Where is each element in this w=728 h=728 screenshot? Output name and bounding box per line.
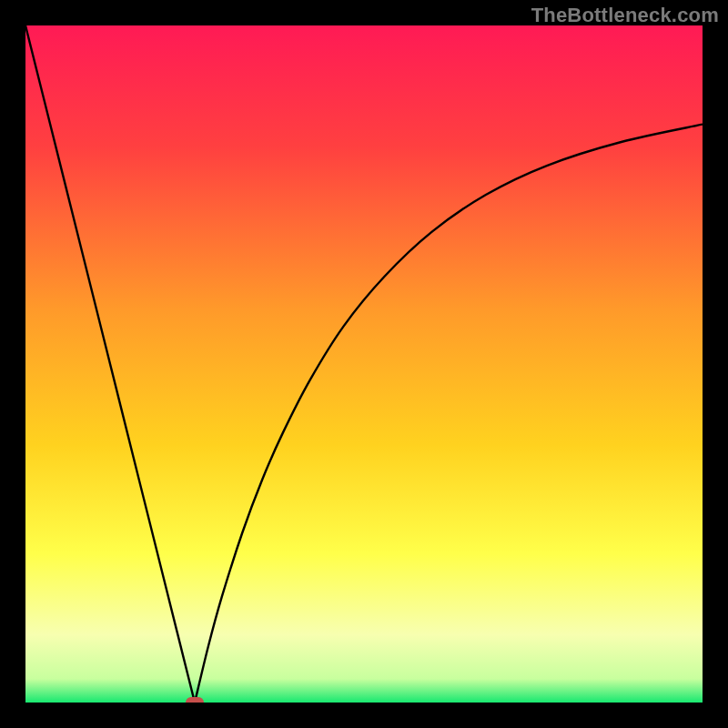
chart-canvas <box>25 25 703 703</box>
watermark-text: TheBottleneck.com <box>531 4 719 27</box>
background-gradient <box>25 25 703 703</box>
minimum-marker <box>186 697 204 703</box>
plot-area <box>25 25 703 703</box>
chart-frame: TheBottleneck.com <box>0 0 728 728</box>
